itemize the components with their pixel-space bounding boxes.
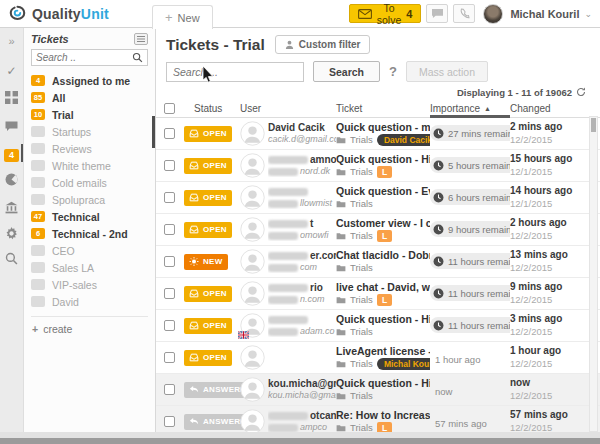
conversations-icon[interactable] [0, 116, 23, 136]
new-tab-button[interactable]: + New [152, 5, 213, 29]
ticket-cell[interactable]: Quick question - EverythiTrials [336, 185, 430, 210]
user-cell: llowmist [268, 186, 336, 210]
sidebar-item-white-theme[interactable]: White theme [24, 157, 155, 174]
collapse-expand-icon[interactable]: » [0, 31, 23, 51]
row-checkbox[interactable] [164, 352, 175, 363]
row-checkbox[interactable] [164, 128, 175, 139]
search-button[interactable]: Search [313, 61, 380, 82]
sidebar-item-david[interactable]: David [24, 293, 155, 310]
user-name[interactable]: Michal Kouril [510, 8, 579, 20]
ticket-row[interactable]: OPENrion.comlive chat - David, we will t… [156, 278, 600, 310]
row-checkbox[interactable] [164, 384, 175, 395]
sidebar-item-technical[interactable]: 47Technical [24, 208, 155, 225]
column-status[interactable]: Status [184, 103, 240, 114]
sidebar-item-reviews[interactable]: Reviews [24, 140, 155, 157]
ticket-cell[interactable]: Quick question - mne to rTrialsDavid Cac… [336, 121, 430, 147]
sidebar-item-trial[interactable]: 10Trial [24, 106, 155, 123]
sidebar-item-all[interactable]: 85All [24, 89, 155, 106]
row-checkbox[interactable] [164, 256, 175, 267]
bank-icon[interactable] [0, 197, 23, 217]
status-badge[interactable]: OPEN [184, 286, 232, 302]
avatar-icon [240, 153, 265, 178]
status-badge[interactable]: OPEN [184, 318, 232, 334]
clock-icon [433, 128, 444, 139]
user-name: kou.micha@gmail [268, 378, 336, 391]
ticket-row[interactable]: NEWer.comcomChat tlacidlo - Dobry denTri… [156, 246, 600, 278]
sidebar-item-assigned-to-me[interactable]: 4Assigned to me [24, 72, 155, 89]
tickets-rail-badge[interactable]: 4 [0, 145, 23, 165]
status-badge[interactable]: OPEN [184, 158, 232, 174]
row-checkbox[interactable] [164, 224, 175, 235]
count-badge [31, 143, 45, 154]
avatar-icon [240, 377, 265, 402]
reports-icon[interactable] [0, 169, 23, 189]
ticket-cell[interactable]: Quick question - Hi MichaTrials [336, 377, 430, 402]
row-checkbox[interactable] [164, 416, 175, 427]
ticket-row[interactable]: OPENamnornord.dkQuick question - Hi, yes… [156, 150, 600, 182]
search-rail-icon[interactable] [0, 248, 23, 268]
importance-value: 11 hours remains [448, 320, 510, 331]
ticket-cell[interactable]: Customer view - I createdTrialsL [336, 217, 430, 243]
ticket-cell[interactable]: Re: How to Increase ChatTrialsL [336, 409, 430, 432]
sidebar-item-spolupraca[interactable]: Spolupraca [24, 191, 155, 208]
row-checkbox[interactable] [164, 160, 175, 171]
chat-button[interactable] [426, 4, 448, 23]
help-icon[interactable]: ? [389, 64, 397, 79]
settings-gear-icon[interactable] [0, 223, 23, 243]
row-checkbox[interactable] [164, 192, 175, 203]
ticket-cell[interactable]: Quick question - Hi, yes yTrialsL [336, 153, 430, 179]
ticket-cell[interactable]: Chat tlacidlo - Dobry denTrials [336, 249, 430, 274]
sidebar-item-technical-2nd[interactable]: 6Technical - 2nd [24, 225, 155, 242]
inbox-icon [189, 129, 199, 138]
ticket-cell[interactable]: Quick question - Hi MichaTrials [336, 313, 430, 338]
ticket-cell[interactable]: LiveAgent license - ExpireTrialsMichal K… [336, 345, 430, 371]
changed-cell: 57 mins ago12/2/2015 [510, 409, 588, 432]
table-scrollbar-thumb[interactable] [591, 118, 596, 132]
avatar [240, 409, 265, 432]
sidebar-scrollbar-thumb[interactable] [152, 116, 155, 148]
ticket-cell[interactable]: live chat - David, we will tTrialsL [336, 281, 430, 307]
list-options-icon[interactable] [134, 33, 148, 45]
column-user[interactable]: User [240, 103, 336, 114]
chevron-down-icon[interactable]: ⌄ [584, 9, 592, 19]
dashboard-icon[interactable] [0, 87, 23, 107]
ticket-row[interactable]: OPENadam.coQuick question - Hi MichaTria… [156, 310, 600, 342]
ticket-row[interactable]: OPENtomowfiCustomer view - I createdTria… [156, 214, 600, 246]
importance-cell: 11 hours remains [430, 317, 510, 335]
custom-filter-button[interactable]: Custom filter [275, 35, 371, 54]
row-checkbox[interactable] [164, 288, 175, 299]
sidebar-item-label: Spolupraca [52, 194, 105, 206]
to-solve-button[interactable]: To solve4 [349, 4, 422, 23]
ticket-row[interactable]: OPENDavid Cacikcacik.d@gmail.comQuick qu… [156, 118, 600, 150]
status-badge[interactable]: NEW [184, 254, 228, 270]
ticket-row[interactable]: ANSWEREDotcanampcoRe: How to Increase Ch… [156, 406, 600, 432]
sidebar-item-sales-la[interactable]: Sales LA [24, 259, 155, 276]
status-badge[interactable]: OPEN [184, 190, 232, 206]
user-avatar[interactable] [483, 4, 503, 24]
column-changed[interactable]: Changed [510, 103, 588, 114]
check-icon[interactable]: ✓ [0, 61, 23, 81]
sidebar-item-vip-sales[interactable]: VIP-sales [24, 276, 155, 293]
column-ticket[interactable]: Ticket [336, 103, 430, 114]
sidebar-item-ceo[interactable]: CEO [24, 242, 155, 259]
refresh-icon[interactable] [576, 87, 586, 97]
sidebar-search-input[interactable] [36, 52, 126, 63]
status-badge[interactable]: OPEN [184, 350, 232, 366]
status-badge[interactable]: OPEN [184, 222, 232, 238]
ticket-search-input[interactable] [166, 62, 304, 82]
search-icon[interactable] [132, 52, 143, 63]
ticket-row[interactable]: ANSWEREDkou.micha@gmailkou.micha@gmail.c… [156, 374, 600, 406]
create-button[interactable]: + create [24, 317, 155, 341]
row-checkbox[interactable] [164, 320, 175, 331]
sidebar-item-cold-emails[interactable]: Cold emails [24, 174, 155, 191]
avatar-icon [240, 121, 265, 146]
avatar-icon [240, 185, 265, 210]
sidebar-item-startups[interactable]: Startups [24, 123, 155, 140]
ticket-row[interactable]: OPENLiveAgent license - ExpireTrialsMich… [156, 342, 600, 374]
select-all-checkbox[interactable] [164, 103, 175, 114]
table-scrollbar[interactable] [589, 116, 598, 432]
column-importance[interactable]: Importance▲ [430, 101, 510, 118]
phone-button[interactable] [453, 4, 475, 23]
status-badge[interactable]: OPEN [184, 126, 232, 142]
ticket-row[interactable]: OPENllowmistQuick question - EverythiTri… [156, 182, 600, 214]
